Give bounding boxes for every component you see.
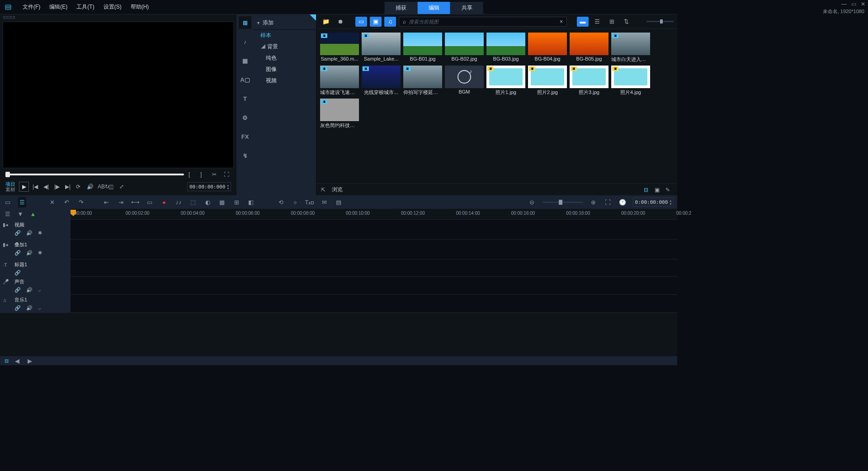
- preview-scrubber[interactable]: [5, 174, 184, 175]
- mark-out-icon[interactable]: ]: [200, 171, 208, 178]
- library-item[interactable]: ▣城市白天进入夜...: [611, 33, 650, 63]
- library-item[interactable]: ▣Sample_Lake...: [362, 33, 401, 63]
- mute-icon[interactable]: 🔊: [26, 250, 33, 256]
- footer-view1-icon[interactable]: ⊟: [644, 187, 651, 193]
- storyboard-view-icon[interactable]: ▭: [4, 199, 12, 206]
- marker-icon[interactable]: ▼: [16, 211, 24, 217]
- library-item[interactable]: ▣光线穿梭城市...: [362, 66, 401, 96]
- library-transition-icon[interactable]: ▦: [239, 54, 251, 67]
- title-track-body[interactable]: [71, 259, 677, 276]
- tool2-icon[interactable]: ⬚: [189, 199, 197, 206]
- library-item[interactable]: ▣照片4.jpg: [611, 66, 650, 96]
- library-media-icon[interactable]: ⊞: [239, 16, 251, 29]
- library-item[interactable]: ▣照片1.jpg: [486, 66, 525, 96]
- expand-icon[interactable]: ⛶: [224, 171, 231, 178]
- library-item[interactable]: BG-B05.jpg: [570, 33, 609, 63]
- filter-photo-icon[interactable]: ▣: [370, 17, 382, 27]
- play-button[interactable]: ▶: [19, 182, 29, 192]
- trim-in-icon[interactable]: ⇤: [102, 199, 110, 206]
- maximize-button[interactable]: ▭: [851, 1, 856, 7]
- undo-icon[interactable]: ↶: [62, 199, 71, 206]
- add-media-button[interactable]: + 添加: [253, 16, 316, 30]
- tab-capture[interactable]: 捕获: [385, 2, 418, 14]
- library-path-icon[interactable]: ↯: [239, 149, 251, 162]
- import-folder-icon[interactable]: 📁: [320, 17, 332, 27]
- mail-icon[interactable]: ✉: [320, 199, 328, 206]
- resize2-icon[interactable]: ⤢: [119, 184, 127, 190]
- preview-canvas[interactable]: [3, 22, 234, 168]
- link-icon[interactable]: 🔗: [14, 230, 21, 236]
- library-item[interactable]: ▣照片2.jpg: [528, 66, 567, 96]
- clear-search-icon[interactable]: ×: [560, 19, 563, 25]
- library-fx-icon[interactable]: FX: [239, 130, 251, 143]
- footer-view2-icon[interactable]: ▣: [655, 187, 662, 193]
- timeline-view-icon[interactable]: ☰: [18, 197, 26, 207]
- lock-icon[interactable]: ✱: [38, 230, 42, 236]
- tree-sample[interactable]: 样本: [253, 30, 316, 41]
- track-options-icon[interactable]: ☰: [4, 211, 12, 217]
- mute-icon[interactable]: 🔊: [26, 287, 33, 293]
- zoom-in-icon[interactable]: ⊕: [590, 199, 598, 206]
- frame-forward-icon[interactable]: |▶: [54, 184, 61, 190]
- video-track-body[interactable]: [71, 220, 677, 239]
- music-track-body[interactable]: [71, 295, 677, 312]
- sort-icon[interactable]: ⇅: [620, 17, 632, 27]
- redo-icon[interactable]: ↷: [77, 199, 85, 206]
- library-item[interactable]: ▣城市建设飞速崛...: [320, 66, 359, 96]
- search-input[interactable]: [409, 19, 557, 24]
- tree-video[interactable]: 视频: [253, 75, 316, 86]
- footer-edit-icon[interactable]: ✎: [665, 187, 673, 193]
- lock-icon[interactable]: ✱: [38, 250, 42, 256]
- frame-back-icon[interactable]: ◀|: [43, 184, 51, 190]
- tool4-icon[interactable]: ▦: [218, 199, 226, 206]
- tools-icon[interactable]: ✕: [48, 199, 56, 206]
- scroll-right-icon[interactable]: ▶: [26, 358, 34, 364]
- explorer-icon[interactable]: ⇱: [321, 187, 328, 193]
- tab-share[interactable]: 共享: [451, 2, 484, 14]
- sound-track-body[interactable]: [71, 277, 677, 294]
- thumb-size-slider[interactable]: [646, 21, 674, 22]
- timeline-timecode[interactable]: 0:00:00:000 ▲▼: [633, 198, 674, 207]
- tool1-icon[interactable]: ▭: [146, 199, 154, 206]
- project-mode-label[interactable]: 项目: [5, 181, 15, 187]
- ab-icon[interactable]: AB↻: [98, 184, 105, 190]
- zoom-slider[interactable]: [542, 202, 583, 203]
- volume-icon[interactable]: 🔊: [87, 184, 94, 190]
- tool3-icon[interactable]: ◐: [203, 199, 212, 206]
- library-item[interactable]: BG-B01.jpg: [403, 33, 442, 63]
- loop-icon[interactable]: ⟳: [76, 184, 83, 190]
- library-item[interactable]: BG-B03.jpg: [486, 33, 525, 63]
- clock-icon[interactable]: 🕐: [618, 199, 627, 206]
- mute-icon[interactable]: 🔊: [26, 230, 33, 236]
- split-clip-icon[interactable]: ⟷: [131, 199, 139, 206]
- menu-help[interactable]: 帮助(H): [126, 1, 154, 13]
- library-item[interactable]: ▣Sample_360.m...: [320, 33, 359, 63]
- library-audio-icon[interactable]: ♪: [239, 35, 251, 48]
- mute-icon[interactable]: 🔊: [26, 305, 33, 311]
- expand-icon[interactable]: ⌵: [38, 287, 41, 293]
- fit-icon[interactable]: ⛶: [604, 199, 612, 206]
- library-item[interactable]: BG-B02.jpg: [445, 33, 484, 63]
- menu-edit[interactable]: 编辑(E): [45, 1, 72, 13]
- library-item[interactable]: ▣灰色简约科技背...: [320, 99, 359, 129]
- drag-handle[interactable]: ⠿⠿⠿⠿: [1, 15, 236, 20]
- browse-label[interactable]: 浏览: [332, 186, 343, 193]
- view-grid-icon[interactable]: ⊞: [606, 17, 618, 27]
- resize1-icon[interactable]: ◫: [108, 184, 116, 190]
- library-overlay-icon[interactable]: ⚙: [239, 111, 251, 124]
- overlay-track-body[interactable]: [71, 240, 677, 259]
- audio-mix-icon[interactable]: ♪♪: [175, 199, 183, 206]
- link-icon[interactable]: 🔗: [14, 250, 21, 256]
- library-text-icon[interactable]: T: [239, 92, 251, 105]
- link-icon[interactable]: 🔗: [14, 287, 21, 293]
- split-icon[interactable]: ✂: [212, 171, 219, 178]
- link-icon[interactable]: 🔗: [14, 305, 21, 311]
- trim-out-icon[interactable]: ⇥: [117, 199, 125, 206]
- library-title-icon[interactable]: A▢: [239, 73, 251, 86]
- expand-icon[interactable]: ⌵: [38, 305, 41, 311]
- zoom-out-icon[interactable]: ⊖: [528, 199, 536, 206]
- library-item[interactable]: BGM: [445, 66, 484, 96]
- capture-icon[interactable]: ⏺: [335, 17, 346, 27]
- menu-settings[interactable]: 设置(S): [99, 1, 126, 13]
- menu-tools[interactable]: 工具(T): [72, 1, 99, 13]
